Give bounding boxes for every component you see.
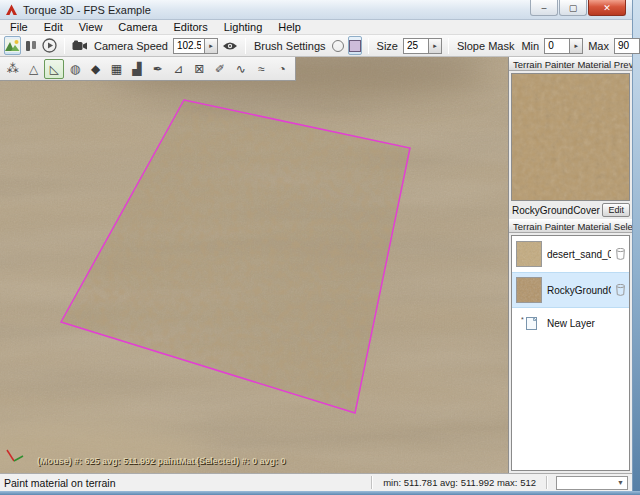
landscape-icon: [5, 39, 20, 52]
paint-material-icon[interactable]: ✐: [210, 59, 230, 79]
new-layer-item[interactable]: * New Layer: [512, 308, 629, 338]
chevron-down-icon: ▼: [617, 479, 627, 486]
window-bottom-frame: [0, 491, 640, 495]
menu-editors[interactable]: Editors: [165, 21, 215, 33]
circle-brush-icon: [332, 40, 344, 52]
visibility-button[interactable]: [221, 36, 239, 55]
size-spinner: ▸: [403, 38, 442, 54]
size-label: Size: [377, 40, 398, 52]
slope-min-spinner: ▸: [544, 38, 583, 54]
minimize-button[interactable]: –: [530, 0, 558, 16]
brush-square-button[interactable]: [348, 36, 362, 55]
viewport-3d[interactable]: ⁂ △ ◺ ◍ ◆ ▦ ▟ ✒ ⊿ ⊠ ✐ ∿ ≈ ◔ (Mouse) #: 6…: [0, 57, 508, 473]
menu-file[interactable]: File: [2, 21, 36, 33]
raise-height-icon[interactable]: △: [24, 59, 44, 79]
camera-speed-spin-arrow[interactable]: ▸: [205, 38, 218, 54]
delete-material-icon[interactable]: [616, 248, 625, 260]
toolbar-separator: [64, 38, 65, 54]
slope-max-input[interactable]: [614, 38, 640, 54]
main-area: ⁂ △ ◺ ◍ ◆ ▦ ▟ ✒ ⊿ ⊠ ✐ ∿ ≈ ◔ (Mouse) #: 6…: [0, 57, 632, 473]
world-editor-button[interactable]: [4, 36, 21, 55]
slope-mask-label: Slope Mask: [457, 40, 514, 52]
svg-text:*: *: [521, 316, 524, 323]
flatten-icon[interactable]: ▟: [127, 59, 147, 79]
slope-max-spinner: ▸: [614, 38, 640, 54]
title-bar[interactable]: Torque 3D - FPS Example – ▢ ✕: [0, 0, 632, 20]
height-stats: min: 511.781 avg: 511.992 max: 512: [373, 477, 546, 488]
toolbar-separator: [368, 38, 369, 54]
square-brush-icon: [349, 40, 361, 52]
play-icon: [42, 38, 57, 53]
material-list: desert_sand_03: [511, 235, 630, 471]
brush-settings-label: Brush Settings: [254, 40, 326, 52]
window-title: Torque 3D - FPS Example: [23, 4, 529, 16]
min-label: Min: [521, 40, 539, 52]
material-item-rocky-ground[interactable]: RockyGroundCover: [512, 272, 629, 308]
material-selector-header: Terrain Painter Material Selector: [509, 219, 632, 233]
selected-stats: (Selected) #: 0 avg: 0: [196, 456, 286, 466]
grab-terrain-icon[interactable]: ⁂: [3, 59, 23, 79]
slope-min-spin-arrow[interactable]: ▸: [570, 38, 583, 54]
terrain-render: [0, 57, 508, 473]
viewport-overlay-stats: (Mouse) #: 625 avg: 511.992 paintMateria…: [0, 456, 508, 470]
desert-sand-thumbnail: [516, 241, 542, 267]
eye-icon: [222, 41, 238, 51]
menu-lighting[interactable]: Lighting: [216, 21, 271, 33]
soften-icon[interactable]: ✒: [148, 59, 168, 79]
new-layer-icon: *: [516, 316, 542, 331]
lower-height-slope-icon[interactable]: ◺: [44, 59, 64, 79]
edit-material-button[interactable]: Edit: [602, 203, 630, 217]
terrain-tool-palette: ⁂ △ ◺ ◍ ◆ ▦ ▟ ✒ ⊿ ⊠ ✐ ∿ ≈ ◔: [0, 57, 296, 81]
mouse-stats: (Mouse) #: 625 avg: 511.992 paintMateria…: [37, 456, 213, 466]
material-item-label: desert_sand_03: [547, 249, 611, 260]
rocky-ground-thumbnail: [516, 277, 542, 303]
camera-speed-label: Camera Speed: [94, 40, 168, 52]
selected-material-row: RockyGroundCover Edit: [509, 202, 632, 219]
menu-edit[interactable]: Edit: [36, 21, 71, 33]
status-bar: Paint material on terrain min: 511.781 a…: [0, 473, 632, 491]
status-message: Paint material on terrain: [0, 477, 371, 489]
size-input[interactable]: [403, 38, 429, 54]
slope-min-input[interactable]: [544, 38, 570, 54]
set-height-icon[interactable]: ▦: [107, 59, 127, 79]
status-separator: [546, 476, 548, 489]
play-game-button[interactable]: [41, 36, 58, 55]
smooth-slope-icon[interactable]: ∿: [231, 59, 251, 79]
erode-icon[interactable]: ≈: [252, 59, 272, 79]
delete-material-icon[interactable]: [616, 284, 625, 296]
camera-menu-button[interactable]: [71, 36, 89, 55]
main-toolbar: Camera Speed ▸ Brush Settings Size ▸ Slo…: [0, 35, 632, 57]
toolbar-separator: [448, 38, 449, 54]
material-item-desert-sand[interactable]: desert_sand_03: [512, 236, 629, 272]
object-editor-button[interactable]: [24, 36, 38, 55]
close-button[interactable]: ✕: [588, 0, 626, 16]
size-spin-arrow[interactable]: ▸: [429, 38, 442, 54]
maximize-button[interactable]: ▢: [559, 0, 587, 16]
columns-icon: [25, 40, 37, 52]
menu-camera[interactable]: Camera: [110, 21, 165, 33]
camera-icon: [72, 40, 88, 51]
sphere-brush-icon[interactable]: ◔: [272, 59, 292, 79]
smooth-icon[interactable]: ◍: [65, 59, 85, 79]
toolbar-separator: [245, 38, 246, 54]
brush-circle-button[interactable]: [331, 36, 345, 55]
clear-terrain-icon[interactable]: ⊠: [189, 59, 209, 79]
app-window: Torque 3D - FPS Example – ▢ ✕ File Edit …: [0, 0, 633, 491]
material-item-label: New Layer: [547, 318, 626, 329]
status-dropdown[interactable]: ▼: [556, 476, 628, 490]
camera-speed-spinner: ▸: [173, 38, 218, 54]
paint-noise-icon[interactable]: ◆: [86, 59, 106, 79]
ramp-icon[interactable]: ⊿: [169, 59, 189, 79]
max-label: Max: [588, 40, 609, 52]
selected-material-name: RockyGroundCover: [512, 205, 600, 216]
torque-logo-icon: [5, 4, 18, 16]
camera-speed-input[interactable]: [173, 38, 205, 54]
menu-view[interactable]: View: [71, 21, 111, 33]
material-preview-header: Terrain Painter Material Preview: [509, 57, 632, 71]
menu-help[interactable]: Help: [270, 21, 309, 33]
terrain-painter-panel: Terrain Painter Material Preview RockyGr…: [508, 57, 632, 473]
menu-bar: File Edit View Camera Editors Lighting H…: [0, 20, 632, 35]
material-preview-image: [511, 73, 630, 201]
material-item-label: RockyGroundCover: [547, 285, 611, 296]
